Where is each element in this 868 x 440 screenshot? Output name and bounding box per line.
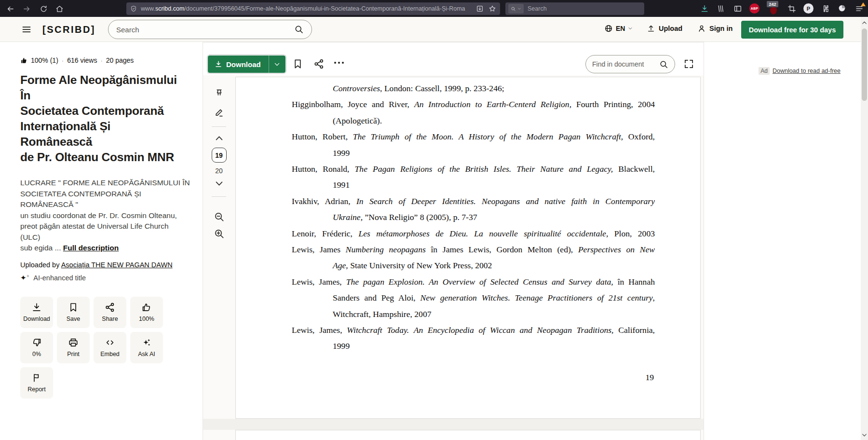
uploader-link[interactable]: Asociația THE NEW PAGAN DAWN bbox=[61, 261, 173, 269]
action-label: Ask AI bbox=[138, 351, 155, 358]
scribd-document-page: www.scribd.com/document/379956045/Forme-… bbox=[0, 0, 868, 440]
document-line: 1999 bbox=[292, 338, 655, 354]
thumbs-up-icon bbox=[20, 57, 27, 64]
pie-extension-icon[interactable] bbox=[837, 3, 847, 13]
bookmark-star-icon[interactable] bbox=[488, 5, 496, 13]
download-icon bbox=[31, 302, 42, 313]
ask-ai-action[interactable]: Ask AI bbox=[130, 332, 163, 363]
viewer-body: 19 20 Controversies, London: Cassell, 19… bbox=[203, 75, 704, 440]
document-line: Controversies, London: Cassell, 1999, p.… bbox=[292, 81, 655, 96]
screenshot-crop-icon[interactable] bbox=[787, 4, 797, 14]
current-page-input[interactable]: 19 bbox=[212, 148, 227, 163]
update-badge bbox=[861, 2, 866, 6]
document-line: Age, State University of New York Press,… bbox=[292, 258, 655, 274]
header-search[interactable] bbox=[108, 20, 312, 39]
reload-icon[interactable] bbox=[37, 2, 50, 15]
search-icon[interactable] bbox=[294, 25, 304, 34]
zoom-out-icon[interactable] bbox=[214, 211, 225, 222]
page-scrollbar[interactable] bbox=[861, 17, 868, 440]
document-line: 1991 bbox=[292, 177, 655, 193]
zoom-in-icon[interactable] bbox=[214, 228, 225, 239]
pocket-icon[interactable]: P bbox=[803, 3, 814, 14]
share-icon[interactable] bbox=[313, 58, 325, 69]
views-count: 616 views bbox=[67, 56, 97, 64]
url-text: www.scribd.com/document/379956045/Forme-… bbox=[141, 5, 471, 12]
find-input[interactable] bbox=[592, 60, 659, 68]
action-label: Report bbox=[27, 386, 46, 393]
save-page-icon[interactable] bbox=[476, 5, 484, 13]
report-action[interactable]: Report bbox=[20, 367, 53, 399]
document-line: (Apologetică). bbox=[292, 113, 655, 129]
action-label: 0% bbox=[32, 351, 41, 358]
sidebar-toggle-icon[interactable] bbox=[733, 4, 743, 14]
search-icon[interactable] bbox=[659, 60, 668, 69]
rating-value: 100% (1) bbox=[31, 56, 58, 64]
highlight-tool-icon[interactable] bbox=[214, 88, 225, 99]
download-options-button[interactable] bbox=[269, 55, 285, 73]
document-line: Sanders and Peg Aloi, New generation Wit… bbox=[292, 290, 655, 306]
save-action[interactable]: Save bbox=[57, 297, 90, 328]
more-options-button[interactable] bbox=[334, 62, 344, 64]
share-action[interactable]: Share bbox=[94, 297, 126, 328]
scribd-logo[interactable]: [SCRIBD] bbox=[42, 24, 95, 35]
action-label: Save bbox=[67, 316, 81, 322]
document-line: Hutton, Ronald, The Pagan Religions of t… bbox=[292, 161, 655, 177]
viewer-toolbar: Download bbox=[203, 42, 704, 75]
annotate-pencil-icon[interactable] bbox=[214, 107, 225, 118]
ad-free-link[interactable]: Download to read ad-free bbox=[773, 68, 841, 74]
document-line: Lewis, James Numbering neopagans în Jame… bbox=[292, 242, 655, 258]
download-button[interactable]: Download bbox=[208, 55, 269, 73]
downloads-icon[interactable] bbox=[700, 4, 709, 14]
document-line: Witchcraft, Hampshire, 2007 bbox=[292, 306, 655, 322]
total-pages-label: 20 bbox=[215, 167, 223, 175]
adblock-plus-icon[interactable]: ABP bbox=[749, 3, 760, 14]
url-bar[interactable]: www.scribd.com/document/379956045/Forme-… bbox=[126, 2, 500, 15]
share-icon bbox=[105, 302, 115, 313]
document-line: Hutton, Robert, The Triumph of the Moon.… bbox=[292, 129, 655, 145]
page-number: 19 bbox=[645, 372, 654, 383]
upload-button[interactable]: Upload bbox=[647, 24, 682, 33]
rate-down-action[interactable]: 0% bbox=[20, 332, 53, 363]
person-icon bbox=[697, 24, 706, 33]
save-bookmark-icon[interactable] bbox=[292, 58, 303, 69]
back-icon[interactable] bbox=[4, 2, 16, 15]
download-action[interactable]: Download bbox=[20, 297, 53, 328]
chevron-down-icon bbox=[517, 7, 521, 11]
action-label: Print bbox=[67, 351, 80, 358]
find-in-document[interactable] bbox=[585, 55, 675, 73]
shield-icon[interactable] bbox=[130, 5, 137, 12]
sign-in-button[interactable]: Sign in bbox=[697, 24, 732, 33]
ad-badge: Ad bbox=[759, 67, 770, 75]
scroll-up-icon[interactable] bbox=[861, 20, 868, 26]
uploaded-by: Uploaded by Asociația THE NEW PAGAN DAWN bbox=[20, 261, 189, 269]
print-action[interactable]: Print bbox=[57, 332, 90, 363]
fullscreen-icon[interactable] bbox=[683, 58, 694, 69]
extensions-puzzle-icon[interactable] bbox=[820, 4, 830, 14]
ask-ai-icon bbox=[141, 337, 152, 348]
embed-action[interactable]: Embed bbox=[94, 332, 126, 363]
save-icon bbox=[68, 302, 79, 313]
previous-page-icon[interactable] bbox=[215, 134, 224, 143]
document-page-1: Controversies, London: Cassell, 1999, p.… bbox=[235, 77, 701, 419]
language-selector[interactable]: EN bbox=[604, 24, 633, 33]
action-label: Embed bbox=[100, 351, 120, 358]
header-search-input[interactable] bbox=[116, 26, 294, 34]
document-description: LUCRARE " FORME ALE NEOPĂGÂNISMULUI ÎN S… bbox=[20, 178, 190, 254]
ai-enhanced-row: ✦✧ AI-enhanced title bbox=[20, 274, 189, 282]
hamburger-menu-icon[interactable] bbox=[21, 25, 32, 34]
full-description-link[interactable]: Full description bbox=[63, 244, 119, 252]
download-free-cta-button[interactable]: Download free for 30 days bbox=[741, 21, 843, 39]
forward-icon[interactable] bbox=[20, 2, 33, 15]
home-icon[interactable] bbox=[53, 2, 66, 15]
document-line: Ivakhiv, Adrian, In Search of Deeper Ide… bbox=[292, 193, 655, 209]
scroll-down-icon[interactable] bbox=[861, 432, 868, 438]
rate-up-action[interactable]: 100% bbox=[130, 297, 163, 328]
scrollbar-thumb[interactable] bbox=[862, 28, 867, 101]
next-page-icon[interactable] bbox=[215, 179, 224, 188]
browser-search[interactable] bbox=[505, 2, 644, 15]
search-engine-chip[interactable] bbox=[508, 4, 524, 14]
search-icon bbox=[511, 6, 516, 12]
library-icon[interactable] bbox=[716, 4, 726, 14]
browser-search-input[interactable] bbox=[528, 5, 614, 12]
ublock-shield-icon[interactable] bbox=[769, 6, 778, 15]
